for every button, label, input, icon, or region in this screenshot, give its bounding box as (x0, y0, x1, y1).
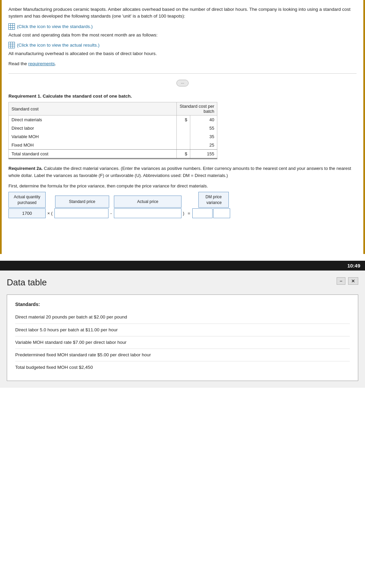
row-label: Variable MOH (9, 132, 177, 141)
modal-header: Data table − ✕ (7, 277, 358, 288)
req1-title: Requirement 1. Calculate the standard co… (8, 94, 357, 99)
requirements-link[interactable]: requirements (28, 61, 55, 66)
total-label: Total standard cost (9, 150, 177, 159)
header-actual-price: Actual price (114, 196, 181, 208)
equals-sign: = (186, 211, 192, 216)
table-row: Fixed MOH 25 (9, 141, 217, 150)
formula-section: Actual quantitypurchased Standard price … (8, 192, 357, 219)
standards-link-text[interactable]: (Click the icon to view the standards.) (17, 24, 93, 29)
grid-icon-standards (8, 23, 15, 30)
table-row: Direct labor 55 (9, 124, 217, 132)
table-row: Variable MOH 35 (9, 132, 217, 141)
divider-1 (8, 73, 357, 74)
standards-title: Standards: (15, 302, 350, 307)
row-symbol (177, 141, 190, 150)
actual-data-text: Actual cost and operating data from the … (8, 32, 357, 39)
table-row: Direct materials $ 40 (9, 116, 217, 124)
col1-header: Standard cost (9, 102, 177, 116)
variance-value-input[interactable] (192, 208, 213, 218)
standard-cost-table: Standard cost Standard cost per batch Di… (8, 102, 217, 159)
intro-text: Amber Manufacturing produces ceramic tea… (8, 6, 357, 20)
header-dm-variance: DM pricevariance (198, 192, 229, 208)
read-requirements: Read the requirements. (8, 60, 357, 67)
actual-price-input[interactable] (114, 208, 181, 218)
modal-title: Data table (7, 277, 47, 288)
actual-qty-value: 1700 (8, 208, 46, 218)
header-standard-price: Standard price (55, 196, 109, 208)
expand-button-container: ··· (8, 80, 357, 86)
data-table-box: Standards: Direct material 20 pounds per… (7, 295, 358, 381)
data-row: Predetermined fixed MOH standard rate $5… (15, 349, 350, 361)
standards-icon-link[interactable]: (Click the icon to view the standards.) (8, 23, 357, 30)
row-symbol: $ (177, 116, 190, 124)
row-value: 40 (190, 116, 217, 124)
col2-header: Standard cost per batch (177, 102, 217, 116)
row-label: Direct materials (9, 116, 177, 124)
modal-overlay: Data table − ✕ Standards: Direct materia… (0, 271, 365, 387)
actual-results-icon-link[interactable]: (Click the icon to view the actual resul… (8, 42, 357, 48)
grid-icon-actual (8, 42, 15, 48)
formula-data-row: 1700 × ( - ) = (8, 208, 357, 218)
close-button[interactable]: ✕ (348, 277, 358, 285)
total-row: Total standard cost $ 155 (9, 150, 217, 159)
expand-button[interactable]: ··· (176, 80, 189, 86)
total-symbol: $ (177, 150, 190, 159)
modal-controls: − ✕ (337, 277, 358, 285)
standard-price-input[interactable] (54, 208, 108, 218)
row-value: 35 (190, 132, 217, 141)
formula-header-row: Actual quantitypurchased Standard price … (8, 192, 357, 208)
req2a-title: Requirement 2a. Calculate the direct mat… (8, 165, 357, 179)
time-display: 10:49 (347, 263, 360, 269)
formula-label: First, determine the formula for the pri… (8, 183, 357, 188)
data-row: Variable MOH standard rate $7.00 per dir… (15, 336, 350, 349)
row-symbol (177, 132, 190, 141)
overhead-note: All manufacturing overhead is allocated … (8, 50, 357, 57)
total-value: 155 (190, 150, 217, 159)
time-bar: 10:49 (0, 261, 365, 271)
data-row: Direct labor 5.0 hours per batch at $11.… (15, 324, 350, 336)
minimize-button[interactable]: − (337, 277, 345, 285)
row-label: Fixed MOH (9, 141, 177, 150)
row-label: Direct labor (9, 124, 177, 132)
header-actual-qty: Actual quantitypurchased (8, 192, 46, 208)
row-value: 25 (190, 141, 217, 150)
variance-label-input[interactable] (213, 208, 230, 218)
minus-sign: - (108, 211, 114, 216)
data-row: Total budgeted fixed MOH cost $2,450 (15, 361, 350, 374)
actual-results-link-text[interactable]: (Click the icon to view the actual resul… (17, 43, 100, 48)
multiply-paren: × ( (46, 211, 54, 216)
close-paren: ) (181, 211, 186, 216)
row-symbol (177, 124, 190, 132)
row-value: 55 (190, 124, 217, 132)
data-row: Direct material 20 pounds per batch at $… (15, 311, 350, 324)
